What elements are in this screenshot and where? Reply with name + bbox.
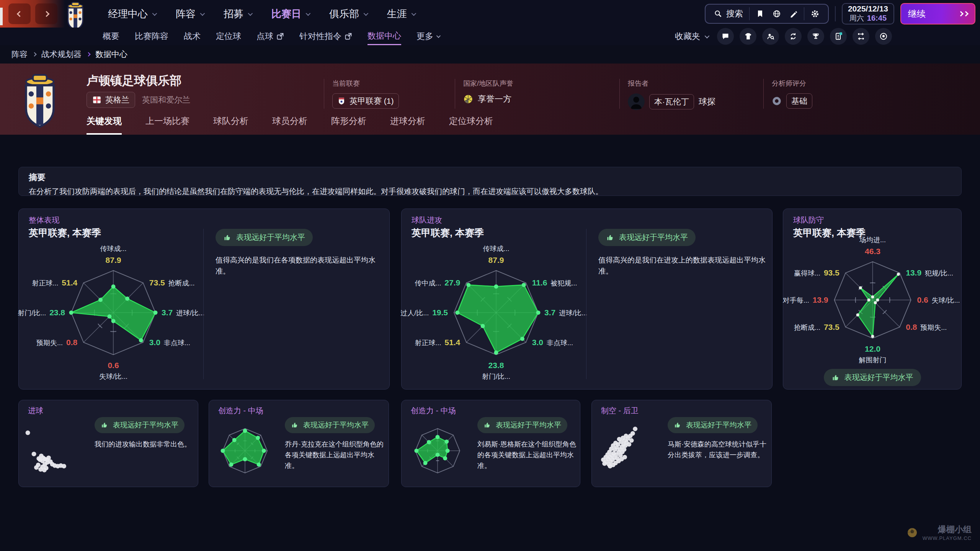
divider (203, 229, 204, 379)
badge-wrap: 表现远好于平均水平 (783, 369, 961, 386)
subnav-match-squad[interactable]: 比赛阵容 (135, 28, 168, 45)
breadcrumb-squad[interactable]: 阵容 (11, 49, 28, 60)
scatter-chart-aerial (597, 419, 658, 483)
league-chip[interactable]: 英甲联赛 (1) (332, 93, 399, 109)
favorites-dropdown[interactable]: 收藏夹 (675, 31, 708, 42)
sync-icon (789, 32, 797, 41)
tab-last-match[interactable]: 上一场比赛 (145, 115, 189, 135)
breadcrumb-tactic-planner[interactable]: 战术规划器 (41, 49, 82, 60)
radar-axis-label: 73.5 抢断成... (149, 277, 195, 289)
nav-item-club[interactable]: 俱乐部 (329, 7, 367, 21)
card-title: 球队防守 (793, 215, 824, 225)
card-team-defense[interactable]: 球队防守 英甲联赛, 本赛季 场均进...46.313.9 犯规/比...0.6… (783, 209, 962, 390)
card-creativity-midfield-2[interactable]: 创造力 - 中场 表现远好于平均水平 刘易斯·恩格斯在这个组织型角色的各项关键数… (401, 400, 580, 487)
radar-chart-svg (407, 419, 468, 483)
bookmark-icon[interactable] (756, 10, 764, 18)
favorites-label: 收藏夹 (675, 31, 700, 42)
data-hub-tabs: 关键发现 上一场比赛 球队分析 球员分析 阵形分析 进球分析 定位球分析 (87, 115, 493, 135)
date-box[interactable]: 2025/12/13 周六16:45 (842, 3, 894, 24)
radar-axis-label: 场均进...46.3 (859, 235, 886, 258)
status-badge: 表现远好于平均水平 (477, 417, 567, 433)
continue-label: 继续 (908, 8, 926, 20)
radar-chart-svg (214, 419, 276, 483)
nav-label: 比赛日 (271, 7, 301, 21)
card-title: 整体表现 (29, 215, 59, 225)
badge-label: 表现远好于平均水平 (844, 372, 913, 383)
radar-axis-label: 3.0 非点球... (149, 336, 190, 349)
analyst-chip[interactable]: 基础 (786, 93, 812, 109)
tab-player-analysis[interactable]: 球员分析 (272, 115, 307, 135)
chevron-right-icon (86, 52, 90, 56)
field-label: 报告者 (628, 79, 715, 88)
top-bar-right: 搜索 2025/12/13 周六16:45 继续 (705, 3, 975, 24)
subnav-tactics[interactable]: 战术 (184, 28, 201, 45)
nav-item-squad[interactable]: 阵容 (176, 7, 204, 21)
sub-bar: 概要 比赛阵容 战术 定位球 点球 针对性指令 数据中心 更多 收藏夹 (0, 28, 980, 45)
current-time: 16:45 (867, 14, 887, 23)
subnav-overview[interactable]: 概要 (103, 28, 119, 45)
card-body-text: 乔丹·克拉克在这个组织型角色的各项关键数据上远超出平均水准。 (285, 439, 384, 471)
subnav-label: 概要 (103, 31, 119, 42)
main-nav: 经理中心 阵容 招募 比赛日 俱乐部 生涯 (108, 0, 415, 28)
subnav-more[interactable]: 更多 (416, 28, 439, 45)
subnav-set-pieces[interactable]: 定位球 (216, 28, 241, 45)
tab-goal-analysis[interactable]: 进球分析 (390, 115, 425, 135)
continue-button[interactable]: 继续 (900, 3, 975, 24)
divider (455, 79, 455, 109)
squad-kit-button[interactable] (740, 28, 756, 45)
thumbs-up-icon (223, 233, 232, 242)
radar-axis-label: 3.7 进球/比... (544, 306, 587, 319)
reports-button[interactable] (830, 28, 847, 45)
sync-button[interactable] (785, 28, 802, 45)
tab-formation-analysis[interactable]: 阵形分析 (331, 115, 366, 135)
card-team-attack[interactable]: 球队进攻 英甲联赛, 本赛季 传球成...87.911.6 被犯规...3.7 … (401, 209, 773, 390)
radar-axis-label: 13.9 犯规/比... (906, 267, 953, 279)
quick-access-bar: 收藏夹 (675, 28, 892, 45)
subnav-penalties[interactable]: 点球 (256, 28, 284, 45)
divider (586, 229, 586, 379)
nav-item-recruitment[interactable]: 招募 (224, 7, 252, 21)
nation-label: 英格兰 (105, 95, 129, 105)
settings-button[interactable] (804, 7, 826, 20)
substitution-icon (857, 32, 865, 41)
club-crest-small[interactable] (60, 0, 90, 31)
nav-item-manager-center[interactable]: 经理中心 (108, 7, 156, 21)
inbox-chat-button[interactable] (717, 28, 734, 45)
globe-icon[interactable] (773, 10, 781, 18)
badge-label: 表现远好于平均水平 (619, 232, 688, 243)
back-button[interactable] (8, 3, 31, 24)
scatter-chart-svg (24, 419, 85, 483)
nav-item-career[interactable]: 生涯 (387, 7, 415, 21)
pencil-icon[interactable] (789, 10, 798, 18)
chevron-left-icon (16, 11, 23, 17)
nation-chip[interactable]: 英格兰 (87, 92, 135, 108)
competitions-button[interactable] (807, 28, 824, 45)
double-chevron-right-icon (959, 12, 968, 16)
scouting-button[interactable] (762, 28, 779, 45)
card-goals[interactable]: 进球 表现远好于平均水平 我们的进攻输出数据非常出色。 (18, 400, 198, 487)
tab-key-findings[interactable]: 关键发现 (87, 115, 122, 135)
tab-team-analysis[interactable]: 球队分析 (213, 115, 248, 135)
card-overall-performance[interactable]: 整体表现 英甲联赛, 本赛季 传球成...87.973.5 抢断成...3.7 … (18, 209, 390, 390)
nav-item-matchday[interactable]: 比赛日 (271, 7, 309, 21)
transfers-button[interactable] (853, 28, 869, 45)
region-label: 英国和爱尔兰 (142, 95, 190, 105)
search-button[interactable]: 搜索 (708, 7, 749, 20)
club-header: 卢顿镇足球俱乐部 英格兰 英国和爱尔兰 当前联赛 英甲联赛 (1) 国家/地区队… (0, 64, 980, 135)
subnav-data-hub[interactable]: 数据中心 (368, 28, 401, 45)
thumbs-up-icon (606, 233, 614, 242)
tab-set-piece-analysis[interactable]: 定位球分析 (449, 115, 493, 135)
card-aerial-defenders[interactable]: 制空 - 后卫 表现远好于平均水平 马斯·安德森的高空球统计似乎十分出类拔萃，应… (591, 400, 772, 487)
radar-chart-overall: 传球成...87.973.5 抢断成...3.7 进球/比...3.0 非点球.… (22, 240, 205, 386)
field-label: 国家/地区队声誉 (463, 79, 513, 88)
reporter-chip[interactable]: 本·瓦伦丁 (649, 94, 694, 109)
radar-axis-label: 12.0解围射门 (859, 343, 887, 365)
chevron-down-icon (152, 11, 157, 16)
nav-label: 经理中心 (108, 7, 148, 21)
match-ball-button[interactable] (875, 28, 892, 45)
forward-button[interactable] (35, 3, 57, 24)
analyst-value: 基础 (791, 96, 807, 106)
subnav-opposition-instructions[interactable]: 针对性指令 (299, 28, 352, 45)
card-creativity-midfield-1[interactable]: 创造力 - 中场 表现远好于平均水平 乔丹·克拉克在这个组织型角色的各项关键数据… (209, 400, 389, 487)
reputation-value: 享誉一方 (478, 93, 511, 105)
